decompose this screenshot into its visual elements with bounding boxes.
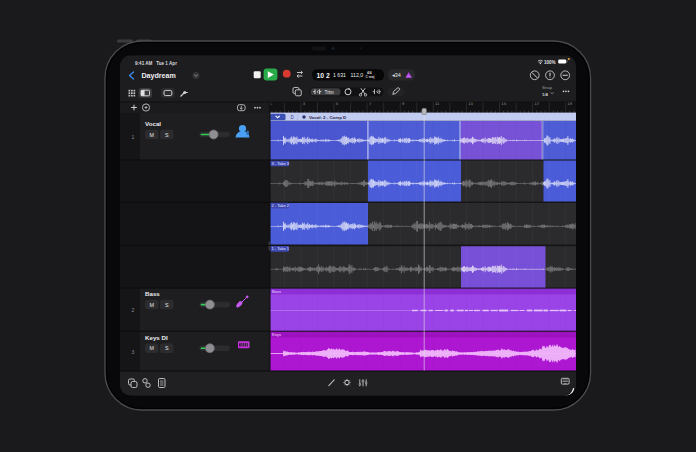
svg-text:S: S — [165, 345, 169, 351]
svg-text:1 - Take 1: 1 - Take 1 — [272, 246, 290, 251]
svg-text:Bass: Bass — [272, 289, 281, 294]
svg-text:◂34: ◂34 — [392, 72, 401, 78]
svg-text:10 2: 10 2 — [317, 72, 330, 79]
svg-text:Bass: Bass — [145, 290, 160, 297]
svg-text:M: M — [149, 302, 154, 308]
svg-text:S: S — [165, 132, 169, 138]
svg-text:Vocal: 2 - Comp D: Vocal: 2 - Comp D — [309, 115, 346, 120]
svg-text:100%: 100% — [544, 60, 556, 65]
svg-text:Daydream: Daydream — [142, 72, 176, 80]
svg-text:M: M — [149, 132, 154, 138]
svg-text:3 - Take 3: 3 - Take 3 — [272, 161, 290, 166]
svg-text:1: 1 — [132, 134, 135, 140]
svg-text:Trim: Trim — [325, 90, 334, 95]
svg-text:M: M — [149, 345, 154, 351]
svg-text:112,0: 112,0 — [351, 72, 364, 78]
svg-text:1/4: 1/4 — [542, 92, 549, 97]
svg-text:Keys DI: Keys DI — [145, 334, 168, 341]
svg-text:3: 3 — [132, 349, 135, 355]
svg-text:S: S — [165, 302, 169, 308]
svg-text:2 - Take 2: 2 - Take 2 — [272, 203, 290, 208]
svg-text:D ⋮: D ⋮ — [291, 115, 300, 120]
svg-text:2: 2 — [132, 307, 135, 313]
svg-text:9:41 AM Tue 1 Apr: 9:41 AM Tue 1 Apr — [135, 61, 177, 66]
svg-text:Snap: Snap — [542, 85, 553, 90]
svg-text:1 631: 1 631 — [333, 72, 346, 78]
svg-text:C maj: C maj — [366, 75, 375, 79]
svg-text:Keys: Keys — [272, 332, 281, 337]
svg-text:Vocal: Vocal — [145, 120, 161, 127]
